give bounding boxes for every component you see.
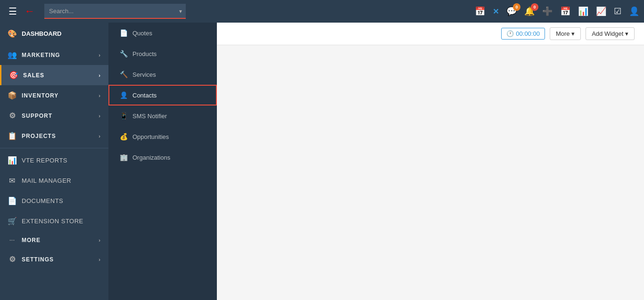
sidebar-item-extension-store[interactable]: 🛒 Extension Store — [0, 211, 108, 231]
support-chevron: › — [99, 113, 101, 119]
search-dropdown-icon[interactable]: ▾ — [179, 8, 182, 15]
contacts-icon: 👤 — [119, 91, 128, 99]
submenu-item-contacts[interactable]: 👤 Contacts — [108, 85, 217, 105]
sales-label: SALES — [23, 72, 44, 79]
inventory-chevron: › — [99, 93, 101, 98]
chat-badge: 0 — [513, 3, 520, 11]
projects-icon: 📋 — [8, 131, 17, 140]
submenu-item-services[interactable]: 🔨 Services — [108, 64, 217, 85]
more-button-label: More — [556, 30, 570, 37]
sidebar-item-dashboard[interactable]: 🎨 Dashboard — [0, 23, 108, 45]
bell-icon[interactable]: 🔔 0 — [524, 6, 535, 16]
add-widget-chevron: ▾ — [625, 30, 628, 37]
calendar2-icon[interactable]: 📅 — [560, 6, 570, 16]
support-label: SUPPORT — [22, 113, 52, 119]
sidebar-item-mail-manager[interactable]: ✉ Mail Manager — [0, 170, 108, 191]
support-icon: ⚙ — [8, 111, 17, 120]
settings-icon: ⚙ — [8, 255, 17, 264]
quotes-label: Quotes — [132, 30, 152, 37]
chat-icon[interactable]: 💬 0 — [506, 6, 517, 16]
timer-value: 00:00:00 — [516, 30, 540, 37]
mail-manager-label: Mail Manager — [22, 177, 71, 184]
marketing-chevron: › — [99, 52, 101, 58]
dashboard-label: Dashboard — [22, 30, 62, 37]
main-content: 🕐 00:00:00 More ▾ Add Widget ▾ — [217, 23, 644, 300]
header-left: ☰ ← — [5, 4, 35, 19]
checklist-icon[interactable]: ☑ — [614, 6, 621, 16]
inventory-label: INVENTORY — [22, 92, 58, 99]
sidebar-item-support[interactable]: ⚙ SUPPORT › — [0, 105, 108, 126]
bar-chart-icon[interactable]: 📊 — [578, 6, 588, 16]
projects-label: PROJECTS — [22, 133, 56, 139]
sms-notifier-icon: 📱 — [119, 112, 128, 120]
search-container: ▾ — [44, 4, 186, 19]
dashboard-icon: 🎨 — [8, 29, 17, 38]
header-right: 📅 ✕ 💬 0 🔔 0 ➕ 📅 📊 📈 ☑ 👤 — [475, 6, 639, 16]
main-layout: 🎨 Dashboard 👥 MARKETING › 🎯 SALES › 📦 IN… — [0, 23, 644, 300]
submenu-item-quotes[interactable]: 📄 Quotes — [108, 23, 217, 43]
more-chevron: › — [99, 237, 101, 243]
sidebar-divider — [0, 148, 108, 148]
vte-reports-label: VTE Reports — [22, 157, 67, 164]
bell-badge: 0 — [531, 3, 538, 11]
timer-clock-icon: 🕐 — [506, 30, 514, 37]
products-icon: 🔧 — [119, 50, 128, 57]
marketing-label: MARKETING — [22, 52, 60, 58]
line-chart-icon[interactable]: 📈 — [596, 6, 606, 16]
extension-store-icon: 🛒 — [8, 217, 17, 226]
organizations-label: Organizations — [132, 154, 170, 161]
sidebar-item-more[interactable]: ··· More › — [0, 231, 108, 249]
services-label: Services — [132, 71, 156, 78]
projects-chevron: › — [99, 133, 101, 139]
mail-manager-icon: ✉ — [8, 176, 17, 185]
more-label: More — [22, 237, 41, 243]
add-widget-button[interactable]: Add Widget ▾ — [586, 27, 635, 40]
hamburger-icon[interactable]: ☰ — [5, 4, 21, 19]
search-input[interactable] — [44, 4, 186, 19]
sales-icon: 🎯 — [9, 71, 18, 80]
quotes-icon: 📄 — [119, 29, 128, 37]
sidebar: 🎨 Dashboard 👥 MARKETING › 🎯 SALES › 📦 IN… — [0, 23, 108, 300]
opportunities-label: Opportunities — [132, 133, 169, 140]
add-widget-label: Add Widget — [592, 30, 623, 37]
settings-label: Settings — [22, 256, 54, 263]
sms-notifier-label: SMS Notifier — [132, 113, 167, 120]
submenu-item-sms-notifier[interactable]: 📱 SMS Notifier — [108, 105, 217, 126]
organizations-icon: 🏢 — [119, 154, 128, 161]
inventory-icon: 📦 — [8, 91, 17, 100]
sidebar-item-documents[interactable]: 📄 Documents — [0, 191, 108, 211]
more-button[interactable]: More ▾ — [550, 27, 581, 40]
content-header: 🕐 00:00:00 More ▾ Add Widget ▾ — [217, 23, 644, 45]
header: ☰ ← ▾ 📅 ✕ 💬 0 🔔 0 ➕ 📅 📊 📈 ☑ 👤 — [0, 0, 644, 23]
sidebar-item-settings[interactable]: ⚙ Settings › — [0, 249, 108, 269]
sidebar-item-vte-reports[interactable]: 📊 VTE Reports — [0, 150, 108, 170]
sidebar-item-inventory[interactable]: 📦 INVENTORY › — [0, 85, 108, 105]
sidebar-item-projects[interactable]: 📋 PROJECTS › — [0, 126, 108, 146]
sales-chevron: › — [99, 73, 101, 78]
documents-icon: 📄 — [8, 196, 17, 205]
submenu-item-organizations[interactable]: 🏢 Organizations — [108, 147, 217, 168]
user-profile-icon[interactable]: 👤 — [629, 6, 639, 16]
contacts-label: Contacts — [132, 92, 157, 99]
submenu-panel: 📄 Quotes 🔧 Products 🔨 Services 👤 Contact… — [108, 23, 217, 300]
sidebar-item-sales[interactable]: 🎯 SALES › — [0, 65, 108, 85]
more-icon: ··· — [8, 238, 17, 243]
submenu-item-opportunities[interactable]: 💰 Opportunities — [108, 126, 217, 147]
products-label: Products — [132, 50, 157, 57]
content-body — [217, 45, 644, 64]
red-arrow-indicator: ← — [25, 5, 35, 17]
documents-label: Documents — [22, 197, 63, 204]
vte-reports-icon: 📊 — [8, 156, 17, 165]
calendar-icon[interactable]: 📅 — [475, 6, 485, 16]
marketing-icon: 👥 — [8, 50, 17, 59]
settings-chevron: › — [99, 257, 101, 262]
x-icon[interactable]: ✕ — [493, 7, 499, 16]
sidebar-item-marketing[interactable]: 👥 MARKETING › — [0, 45, 108, 65]
plus-icon[interactable]: ➕ — [542, 6, 553, 16]
opportunities-icon: 💰 — [119, 133, 128, 140]
timer-display: 🕐 00:00:00 — [501, 28, 545, 40]
more-button-chevron: ▾ — [571, 30, 575, 37]
submenu-item-products[interactable]: 🔧 Products — [108, 43, 217, 64]
services-icon: 🔨 — [119, 71, 128, 78]
extension-store-label: Extension Store — [22, 218, 83, 225]
